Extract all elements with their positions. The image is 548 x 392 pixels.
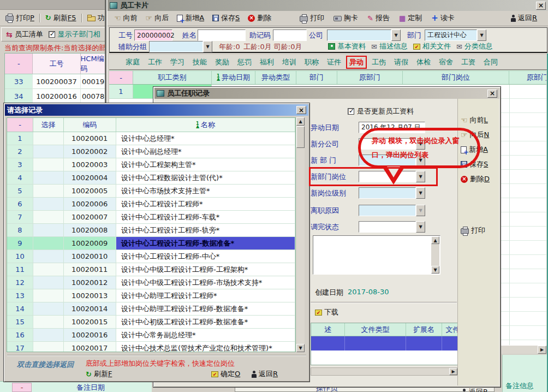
tab-1[interactable]: 家庭 [126, 57, 140, 67]
scroll-up-icon[interactable]: ▲ [431, 236, 439, 244]
description-info-link[interactable]: 描述信息 [371, 41, 408, 51]
list-item[interactable]: 1310020013设计中心助理工程设计工程师* [7, 289, 295, 302]
record-dialog-titlebar[interactable]: 员工任职记录 [154, 88, 499, 99]
grid-col-header[interactable]: 异动日期 [212, 71, 255, 84]
grid-col-header[interactable]: 原部门 [337, 71, 403, 84]
grid-col-header[interactable]: 异动类型 [255, 71, 296, 84]
scroll-up-icon[interactable]: ▲ [296, 117, 305, 126]
remark-textarea[interactable]: ▲ ▼ [313, 235, 440, 275]
related-files-link[interactable]: 相关文件 [413, 41, 451, 51]
leave-reason-field[interactable] [359, 205, 416, 216]
list-item[interactable]: 410020004设计中心工程数据设计主管(代)* [7, 171, 295, 185]
tab-8[interactable]: 培训 [282, 57, 296, 67]
list-item[interactable]: 710020007设计中心工程设计工程师-车载* [7, 211, 295, 224]
tab-7[interactable]: 福利 [260, 57, 274, 67]
select-cell[interactable] [33, 211, 64, 224]
refresh-button[interactable]: 刷新F5 [43, 13, 79, 23]
list-item[interactable]: 610020006设计中心工程设计工程师* [7, 198, 295, 211]
save-button[interactable]: 保存S [210, 13, 242, 23]
readcard-button[interactable]: 读卡 [429, 13, 457, 23]
file-selected-row[interactable] [311, 336, 457, 351]
tab-2[interactable]: 工作 [148, 57, 162, 67]
update-employee-checkbox[interactable] [348, 108, 354, 115]
new-post-level-field[interactable] [359, 187, 416, 199]
delete-record-button[interactable]: 删除D [461, 174, 490, 184]
select-cell[interactable] [33, 289, 64, 302]
dept-select[interactable]: 工程设计中心 [425, 29, 486, 41]
tab-16[interactable]: 工资 [461, 57, 475, 67]
print-button[interactable]: 打印P [3, 13, 37, 23]
tab-15[interactable]: 宿舍 [439, 57, 453, 67]
badge-button[interactable]: 胸卡 [331, 13, 360, 23]
grid-col-header[interactable]: 部门岗位 [403, 71, 509, 84]
next-button[interactable]: 向后 [144, 13, 171, 23]
customize-button[interactable]: 定制 [397, 13, 424, 23]
list-item[interactable]: 210020002设计中心副总经理* [7, 145, 295, 158]
list-item[interactable]: 110020001设计中心总经理* [7, 132, 295, 145]
list-item[interactable]: 910020009设计中心工程设计工程师-数据准备* [7, 237, 295, 250]
tab-12[interactable]: 工伤 [372, 57, 386, 67]
select-cell[interactable] [33, 224, 64, 237]
list-col-header[interactable]: 选择 [33, 118, 64, 132]
tab-5[interactable]: 奖励 [215, 57, 229, 67]
select-cell[interactable] [33, 316, 64, 329]
grid-col-header[interactable]: 部门 [296, 71, 337, 84]
select-cell[interactable] [33, 198, 64, 211]
close-icon[interactable] [487, 90, 497, 98]
close-icon[interactable] [536, 2, 546, 10]
select-cell[interactable] [33, 132, 64, 145]
tab-4[interactable]: 技能 [193, 57, 207, 67]
basic-info-link[interactable]: 基本资料 [328, 41, 366, 51]
close-icon[interactable] [296, 106, 306, 114]
tab-14[interactable]: 体检 [416, 57, 431, 67]
list-item[interactable]: 1010020010设计中心工程设计工程师-中心* [7, 250, 295, 263]
company-select[interactable] [327, 29, 401, 41]
print-record-button[interactable]: 打印 [461, 225, 485, 235]
download-button[interactable]: 下载 [315, 307, 338, 317]
textarea-vscrollbar[interactable]: ▲ ▼ [431, 236, 439, 274]
list-item[interactable]: 1410020014设计中心助理工程设计工程师-数据准备* [7, 302, 295, 316]
chevron-down-icon[interactable] [477, 29, 486, 41]
refresh-list-button[interactable]: 刷新F [86, 369, 112, 379]
chevron-down-icon[interactable] [416, 221, 425, 233]
aux-group-select[interactable] [149, 41, 212, 52]
tab-3[interactable]: 学习 [170, 57, 184, 67]
tab-6[interactable]: 惩罚 [237, 57, 252, 67]
list-col-header[interactable]: 编码 [64, 118, 116, 132]
report-button[interactable]: 报告 [365, 13, 392, 23]
table-row[interactable]: 33100200037000195 [5, 74, 111, 89]
card-window-titlebar[interactable]: 员工卡片 [108, 0, 548, 11]
file-col-header[interactable]: 文件类型 [345, 323, 406, 336]
grid-col-header[interactable]: 原部门岗位 [509, 71, 546, 84]
file-col-header[interactable]: 述 [311, 323, 345, 336]
confirm-button[interactable]: 确定O [211, 369, 240, 379]
chevron-down-icon[interactable] [391, 29, 401, 41]
prev-button[interactable]: 向前 [112, 13, 140, 23]
tab-17[interactable]: 合同 [484, 57, 498, 67]
select-dialog-titlebar[interactable]: 请选择记录 [5, 104, 308, 116]
list-item[interactable]: 1510020015设计中心初级工程设计工程师-数据准备* [7, 316, 295, 329]
grid-col-header[interactable]: 职工类别 [133, 71, 212, 84]
select-cell[interactable] [33, 329, 64, 342]
tab-11[interactable]: 异动 [346, 56, 367, 69]
mnemonic-input[interactable] [273, 29, 307, 41]
prev-record-button[interactable]: 向前L [461, 115, 488, 125]
chevron-down-icon[interactable] [203, 41, 212, 52]
select-cell[interactable] [33, 250, 64, 263]
select-cell[interactable] [33, 302, 64, 316]
add-button[interactable]: 新增A [175, 13, 206, 23]
list-item[interactable]: 1110020011设计中心中级工程设计工程师-工程架构* [7, 263, 295, 276]
list-item[interactable]: 510020005设计中心市场技术支持主管* [7, 185, 295, 198]
select-cell[interactable] [33, 342, 64, 352]
table-row[interactable]: 34100200016000780 [5, 89, 111, 104]
return-button[interactable]: 返回R [508, 13, 539, 23]
tab-10[interactable]: 证件 [327, 57, 341, 67]
tab-9[interactable]: 职称 [305, 57, 319, 67]
select-cell[interactable] [33, 185, 64, 198]
select-cell[interactable] [33, 276, 64, 289]
file-hscrollbar[interactable]: ▶ [311, 367, 458, 376]
list-item[interactable]: 810020008设计中心工程设计工程师-轨旁* [7, 224, 295, 237]
list-item[interactable]: 1710020017设计中心技术总监(管技术产业定位和技术管理)* [7, 342, 295, 352]
list-vscrollbar[interactable]: ▲ ▼ [296, 117, 305, 352]
show-subdept-checkbox[interactable] [49, 31, 55, 38]
